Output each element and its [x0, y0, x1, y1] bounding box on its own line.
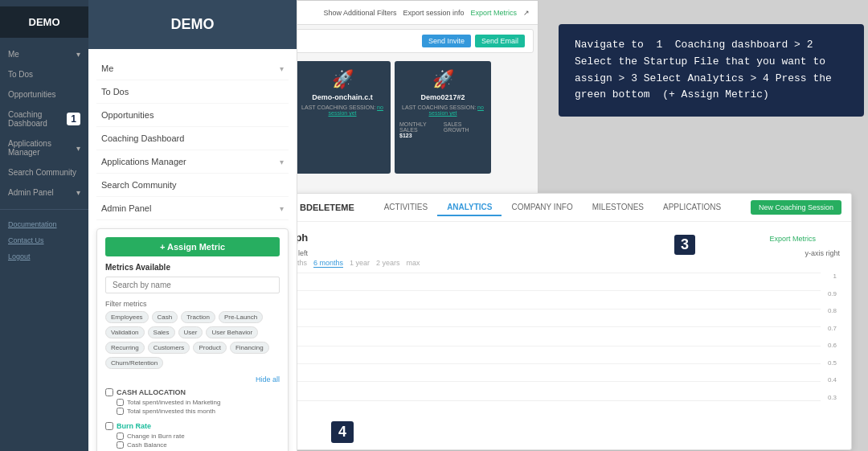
assign-nav-community[interactable]: Search Community: [96, 174, 289, 197]
filter-6months[interactable]: 6 months: [313, 259, 343, 268]
filter-user-behavior[interactable]: User Behavior: [206, 326, 258, 338]
assign-nav-todos[interactable]: To Dos: [96, 80, 289, 104]
filter-customers[interactable]: Customers: [148, 342, 190, 354]
filter-max[interactable]: max: [407, 259, 420, 268]
chart-area: [297, 273, 821, 401]
filter-recurring[interactable]: Recurring: [105, 342, 145, 354]
metric-marketing-checkbox[interactable]: [117, 399, 124, 406]
tab-analytics[interactable]: ANALYTICS: [437, 199, 502, 216]
card-icon-demo0217: 🚀: [432, 69, 454, 90]
chart-yaxis-right: 10.90.80.70.60.50.40.3: [828, 273, 837, 401]
card-session-demo0217: LAST COACHING SESSION: no session yet: [395, 101, 491, 119]
assign-nav-opportunities[interactable]: Opportunities: [96, 104, 289, 127]
front-sidebar-coaching[interactable]: Coaching Dashboard 1: [0, 105, 88, 133]
step3-badge: 3: [674, 235, 695, 255]
assign-metric-panel: DEMO Me ▾ To Dos Opportunities Coaching …: [88, 0, 297, 451]
metric-group-cash-title: CASH ALLOCATION: [105, 387, 280, 398]
filter-cash[interactable]: Cash: [152, 311, 178, 323]
front-sidebar-docs[interactable]: Documentation: [0, 216, 88, 232]
filter-prelaunch[interactable]: Pre-Launch: [219, 311, 263, 323]
send-invite-button[interactable]: Send Invite: [422, 35, 471, 47]
assign-nav-apps[interactable]: Applications Manager ▾: [96, 150, 289, 174]
front-sidebar-community[interactable]: Search Community: [0, 162, 88, 182]
front-logo: DEMO: [0, 6, 88, 38]
card-icon-onchain: 🚀: [332, 69, 354, 90]
filter-2years[interactable]: 2 years: [376, 259, 400, 268]
filter-user[interactable]: User: [178, 326, 203, 338]
analytics-panel: B BDELETEME ACTIVITIES ANALYTICS COMPANY…: [265, 193, 852, 450]
assign-nav-coaching[interactable]: Coaching Dashboard: [96, 127, 289, 150]
tab-activities[interactable]: ACTIVITIES: [375, 199, 437, 216]
cash-group-checkbox[interactable]: [105, 388, 113, 396]
front-sidebar-contact[interactable]: Contact Us: [0, 232, 88, 248]
filter-sales[interactable]: Sales: [148, 326, 175, 338]
export-metrics-link[interactable]: Export Metrics: [470, 9, 517, 17]
metric-group-cash: CASH ALLOCATION Total spent/invested in …: [105, 387, 280, 416]
assign-panel-logo: DEMO: [88, 0, 297, 49]
filter-financing[interactable]: Financing: [230, 342, 269, 354]
main-container: DEMO Me ▾ To Dos Opportunities Coaching …: [0, 0, 868, 451]
front-sidebar-admin[interactable]: Admin Panel ▾: [0, 182, 88, 203]
metric-cash-balance-checkbox[interactable]: [117, 441, 124, 449]
export-icon: ↗: [523, 9, 530, 17]
filter-traction[interactable]: Traction: [181, 311, 215, 323]
tooltip-text: Navigate to 1 Coaching dashboard > 2 Sel…: [575, 39, 832, 100]
export-session-text: Export session info: [403, 9, 464, 17]
filter-product[interactable]: Product: [193, 342, 227, 354]
additional-filters-link[interactable]: Show Additional Filters: [323, 9, 396, 17]
metric-item-marketing: Total spent/invested in Marketing: [105, 398, 280, 407]
card-session-onchain: LAST COACHING SESSION: no session yet: [294, 101, 391, 119]
new-coaching-session-button[interactable]: New Coaching Session: [751, 200, 841, 215]
card-name-demo0217: Demo0217#2: [420, 93, 465, 101]
assign-metric-popup: + Assign Metric Metrics Available Filter…: [96, 228, 289, 451]
send-email-button[interactable]: Send Email: [475, 35, 525, 47]
metric-group-burn: Burn Rate Change in Burn rate Cash Balan…: [105, 420, 280, 449]
burn-group-checkbox[interactable]: [105, 422, 113, 430]
metrics-available-label: Metrics Available: [105, 263, 280, 272]
front-sidebar-me[interactable]: Me ▾: [0, 44, 88, 64]
company-name: BDELETEME: [300, 203, 354, 212]
startup-card-demo0217[interactable]: 🚀 Demo0217#2 LAST COACHING SESSION: no s…: [395, 61, 491, 174]
filter-metrics-label: Filter metrics: [105, 300, 280, 308]
front-sidebar-opportunities[interactable]: Opportunities: [0, 84, 88, 105]
filter-employees[interactable]: Employees: [105, 311, 149, 323]
metric-monthly-checkbox[interactable]: [117, 408, 124, 415]
search-metrics-input[interactable]: [105, 277, 280, 293]
assign-nav-admin[interactable]: Admin Panel ▾: [96, 197, 289, 220]
front-sidebar-todos[interactable]: To Dos: [0, 64, 88, 84]
metrics-section: Hide all CASH ALLOCATION Total spent/inv…: [105, 375, 280, 451]
filter-churn[interactable]: Churn/Retention: [105, 357, 163, 369]
assign-metric-button[interactable]: + Assign Metric: [105, 237, 280, 256]
assign-panel-nav: Me ▾ To Dos Opportunities Coaching Dashb…: [88, 57, 297, 220]
monthly-sales-label: MONTHLY SALES: [399, 121, 444, 133]
startup-card-onchain[interactable]: 🚀 Demo-onchain.c.t LAST COACHING SESSION…: [294, 61, 391, 174]
time-filters: 3 months 6 months 1 year 2 years max: [277, 259, 840, 268]
assign-nav-me[interactable]: Me ▾: [96, 57, 289, 80]
card-name-onchain: Demo-onchain.c.t: [312, 93, 373, 101]
metric-item-burn-change: Change in Burn rate: [105, 432, 280, 441]
metric-burn-change-checkbox[interactable]: [117, 433, 124, 440]
export-metrics-graph[interactable]: Export Metrics: [769, 235, 816, 243]
filter-validation[interactable]: Validation: [105, 326, 145, 338]
y-axis-right-label: y-axis right: [805, 249, 840, 257]
tab-milestones[interactable]: MILESTONES: [583, 199, 653, 216]
instruction-tooltip: Navigate to 1 Coaching dashboard > 2 Sel…: [559, 24, 864, 117]
filter-1year[interactable]: 1 year: [350, 259, 370, 268]
metric-item-cash-balance: Cash Balance: [105, 441, 280, 449]
filter-tags: Employees Cash Traction Pre-Launch Valid…: [105, 311, 280, 369]
hide-all-link[interactable]: Hide all: [256, 375, 280, 383]
step1-badge: 1: [67, 113, 80, 125]
front-sidebar: DEMO Me ▾ To Dos Opportunities Coaching …: [0, 0, 88, 451]
tab-company-info[interactable]: COMPANY INFO: [502, 199, 582, 216]
chart-gridlines: [297, 273, 821, 400]
tab-applications[interactable]: APPLICATIONS: [653, 199, 731, 216]
sales-growth-label: SALES GROWTH: [444, 121, 486, 133]
monthly-sales-val: $123: [399, 133, 444, 138]
analytics-tabs: ACTIVITIES ANALYTICS COMPANY INFO MILEST…: [361, 199, 744, 216]
analytics-header: B BDELETEME ACTIVITIES ANALYTICS COMPANY…: [266, 194, 851, 222]
analytics-body: Graph 3 Export Metrics y-axis left y-axi…: [266, 222, 851, 445]
front-sidebar-logout[interactable]: Logout: [0, 248, 88, 264]
front-sidebar-apps[interactable]: Applications Manager ▾: [0, 133, 88, 162]
metric-item-monthly: Total spent/invested this month: [105, 407, 280, 416]
graph-area: Graph 3 Export Metrics y-axis left y-axi…: [266, 222, 851, 445]
